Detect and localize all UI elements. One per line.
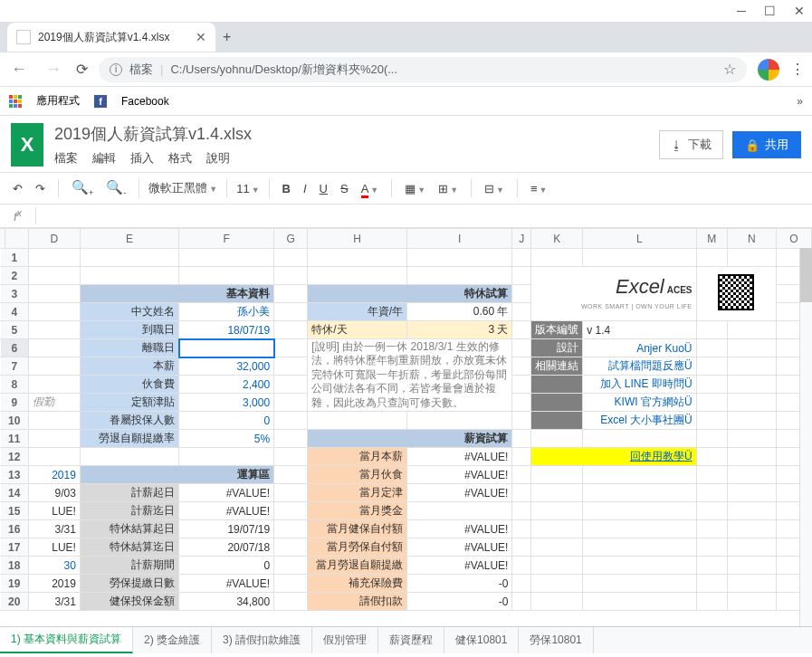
col-hdr[interactable]: L xyxy=(583,229,696,249)
row-hdr[interactable]: 18 xyxy=(0,557,29,575)
cell-value[interactable]: 0.60 年 xyxy=(407,303,512,321)
close-tab-icon[interactable]: ✕ xyxy=(196,30,206,44)
cell-label[interactable]: 版本編號 xyxy=(531,321,583,339)
cell-label[interactable]: 離職日 xyxy=(80,339,178,357)
cell-value[interactable]: 18/07/19 xyxy=(179,321,274,339)
cell-label[interactable]: 計薪起日 xyxy=(80,484,178,502)
profile-avatar[interactable] xyxy=(758,59,779,81)
zoom-in-icon[interactable]: 🔍+ xyxy=(68,177,97,199)
sheet-tab-5[interactable]: 薪資歷程 xyxy=(378,627,444,653)
cell[interactable]: 2019 xyxy=(28,575,80,593)
menu-help[interactable]: 說明 xyxy=(206,150,230,167)
cell-value[interactable]: -0 xyxy=(407,593,512,611)
sheet-tab-2[interactable]: 2) 獎金維護 xyxy=(133,627,212,653)
cell[interactable]: 9/03 xyxy=(28,484,80,502)
active-cell[interactable] xyxy=(179,339,274,357)
row-hdr[interactable]: 13 xyxy=(0,466,29,484)
row-hdr[interactable]: 19 xyxy=(0,575,29,593)
cell-value[interactable]: #VALUE! xyxy=(407,448,512,466)
col-hdr[interactable]: M xyxy=(696,229,727,249)
col-hdr[interactable]: D xyxy=(28,229,80,249)
vertical-scrollbar[interactable] xyxy=(799,248,812,626)
bookmark-facebook[interactable]: Facebook xyxy=(121,95,169,108)
zoom-out-icon[interactable]: 🔍- xyxy=(102,177,129,199)
col-hdr[interactable]: N xyxy=(728,229,777,249)
col-hdr[interactable]: G xyxy=(274,229,308,249)
cell-label[interactable]: 計薪期間 xyxy=(80,557,178,575)
bookmark-apps[interactable]: 應用程式 xyxy=(36,93,80,109)
row-hdr[interactable]: 17 xyxy=(0,538,29,557)
url-box[interactable]: i 檔案 | C:/Users/yohnu/Desktop/新增資料夾%20(.… xyxy=(99,57,747,82)
cell-label[interactable]: 到職日 xyxy=(80,321,178,339)
scroll-thumb[interactable] xyxy=(800,248,812,302)
fill-color-button[interactable]: ▦▼ xyxy=(401,180,429,197)
cell-label[interactable]: 當月伙食 xyxy=(308,466,407,484)
cell-label[interactable]: 當月定津 xyxy=(308,484,407,502)
menu-file[interactable]: 檔案 xyxy=(54,150,78,167)
cell-label[interactable]: 計薪迄日 xyxy=(80,502,178,520)
cell-value[interactable]: #VALUE! xyxy=(407,557,512,575)
cell[interactable]: 3/31 xyxy=(28,593,80,611)
font-selector[interactable]: 微軟正黑體▼ xyxy=(148,180,217,196)
cell-value[interactable]: -0 xyxy=(407,575,512,593)
row-hdr[interactable]: 15 xyxy=(0,502,29,520)
row-hdr[interactable]: 2 xyxy=(0,267,29,285)
browser-tab-active[interactable]: 2019個人薪資試算v1.4.xlsx ✕ xyxy=(7,23,215,52)
cell-link[interactable]: 加入 LINE 即時問Ü xyxy=(583,376,696,394)
minimize-icon[interactable]: ─ xyxy=(737,4,746,18)
cell[interactable]: LUE! xyxy=(28,502,80,520)
cell[interactable]: LUE! xyxy=(28,538,80,557)
share-button[interactable]: 🔒共用 xyxy=(732,131,801,158)
font-size-selector[interactable]: 11▼ xyxy=(236,182,259,195)
back-button[interactable]: ← xyxy=(7,60,31,79)
bold-button[interactable]: B xyxy=(279,180,294,197)
cell-value[interactable]: 2,400 xyxy=(179,376,274,394)
merge-button[interactable]: ⊟▼ xyxy=(481,180,508,197)
cell[interactable]: 2019 xyxy=(28,466,80,484)
menu-insert[interactable]: 插入 xyxy=(130,150,154,167)
cell-label[interactable]: 定額津貼 xyxy=(80,394,178,412)
chrome-menu-icon[interactable]: ⋮ xyxy=(790,61,805,78)
cell-value[interactable]: 5% xyxy=(179,430,274,448)
row-hdr[interactable]: 10 xyxy=(0,412,29,430)
cell[interactable]: 30 xyxy=(28,557,80,575)
maximize-icon[interactable]: ☐ xyxy=(764,4,776,18)
row-hdr[interactable]: 7 xyxy=(0,357,29,376)
cell-label[interactable]: 特休/天 xyxy=(308,321,407,339)
more-bookmarks-icon[interactable]: » xyxy=(797,95,803,108)
col-hdr[interactable]: O xyxy=(776,229,811,249)
cell-label[interactable]: 當月健保自付額 xyxy=(308,520,407,538)
new-tab-button[interactable]: + xyxy=(223,29,231,45)
apps-icon[interactable] xyxy=(9,95,22,108)
col-hdr[interactable] xyxy=(5,229,28,249)
col-hdr[interactable]: J xyxy=(512,229,531,249)
row-hdr[interactable]: 6 xyxy=(0,339,29,357)
underline-button[interactable]: U xyxy=(316,180,331,197)
row-hdr[interactable]: 14 xyxy=(0,484,29,502)
cell-label[interactable]: 本薪 xyxy=(80,357,178,376)
cell-value[interactable]: #VALUE! xyxy=(407,484,512,502)
col-hdr[interactable]: K xyxy=(531,229,583,249)
row-hdr[interactable]: 8 xyxy=(0,376,29,394)
col-hdr[interactable]: H xyxy=(308,229,407,249)
cell-value[interactable]: 32,000 xyxy=(179,357,274,376)
cell-label[interactable]: 當月本薪 xyxy=(308,448,407,466)
col-hdr[interactable]: E xyxy=(80,229,178,249)
formula-input[interactable] xyxy=(36,205,812,227)
sheet-tab-7[interactable]: 勞保10801 xyxy=(519,627,593,653)
italic-button[interactable]: I xyxy=(300,180,310,197)
cell[interactable]: 3/31 xyxy=(28,520,80,538)
cell-label[interactable]: 特休結算起日 xyxy=(80,520,178,538)
cell-label[interactable]: 設計 xyxy=(531,339,583,357)
cell-value[interactable]: #VALUE! xyxy=(179,502,274,520)
row-hdr[interactable]: 11 xyxy=(0,430,29,448)
borders-button[interactable]: ⊞▼ xyxy=(435,180,462,197)
reload-button[interactable]: ⟳ xyxy=(76,61,88,78)
document-title[interactable]: 2019個人薪資試算v1.4.xlsx xyxy=(54,123,648,145)
cell-label[interactable]: 相關連結 xyxy=(531,357,583,376)
cell[interactable]: 假勤 xyxy=(28,394,80,412)
cell-value[interactable]: #VALUE! xyxy=(179,575,274,593)
cell-label[interactable]: 請假扣款 xyxy=(308,593,407,611)
cell-value[interactable]: #VALUE! xyxy=(407,538,512,557)
row-hdr[interactable]: 9 xyxy=(0,394,29,412)
